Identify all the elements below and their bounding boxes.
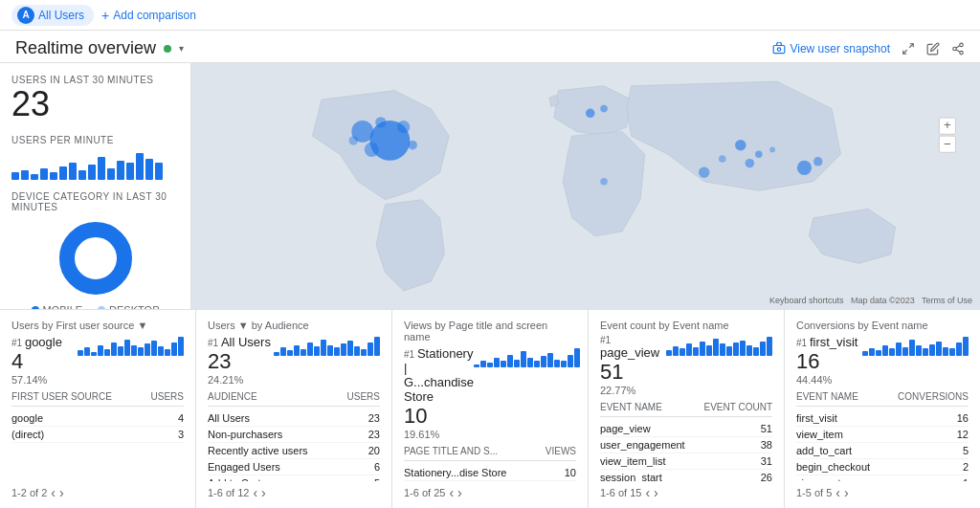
mini-bar	[686, 343, 692, 356]
upm-bar	[21, 170, 29, 180]
prev-page-button[interactable]: ‹	[449, 485, 454, 500]
share-icon	[951, 42, 965, 55]
card-pct: 44.44%	[796, 374, 858, 386]
mini-bar	[287, 350, 293, 356]
mini-bar	[494, 358, 500, 367]
prev-page-button[interactable]: ‹	[645, 485, 650, 500]
row-val: 23	[368, 429, 380, 440]
mini-bar	[354, 346, 360, 356]
view-snapshot-button[interactable]: View user snapshot	[772, 42, 890, 55]
mobile-legend: MOBILE 56.5%	[32, 304, 83, 309]
card-title: Users by First user source ▼	[11, 320, 184, 331]
table-row: user_engagement 38	[600, 437, 772, 453]
table-row: view_item 12	[796, 427, 969, 443]
mini-bar	[474, 364, 479, 367]
desktop-label: DESKTOP	[109, 304, 159, 309]
svg-point-10	[67, 230, 124, 287]
card-table: AUDIENCE USERS All Users 23 Non-purchase…	[208, 391, 380, 481]
next-page-button[interactable]: ›	[457, 485, 462, 500]
mini-bar	[280, 347, 286, 356]
mini-bar	[767, 337, 772, 356]
table-header: EVENT NAME CONVERSIONS	[796, 391, 969, 407]
page-header: Realtime overview ▾ View user snapshot	[0, 31, 980, 63]
pagination: 1-2 of 2 ‹ ›	[11, 481, 184, 500]
prev-page-button[interactable]: ‹	[51, 485, 56, 500]
card-pct: 57.14%	[11, 374, 62, 386]
upm-bar	[59, 166, 67, 180]
table-row: Non-purchasers 23	[208, 427, 380, 443]
snapshot-icon	[772, 42, 786, 55]
add-comparison-label: Add comparison	[113, 9, 196, 22]
card-count: 16	[796, 349, 858, 374]
mini-bar	[916, 345, 922, 356]
mini-bar	[341, 343, 346, 356]
upm-bar	[11, 172, 19, 180]
share-button[interactable]	[951, 42, 965, 55]
upm-label: USERS PER MINUTE	[11, 135, 179, 145]
card-name: first_visit	[810, 335, 858, 349]
row-val: 51	[761, 423, 772, 434]
mini-bar	[294, 345, 300, 356]
svg-line-3	[903, 50, 907, 54]
pagination: 1-6 of 25 ‹ ›	[404, 481, 576, 500]
card-title: Conversions by Event name	[796, 320, 969, 331]
upm-bar	[78, 170, 86, 180]
mini-bar	[547, 353, 553, 367]
mini-bar	[862, 351, 868, 356]
card-0: Users by First user source ▼ #1 google 4…	[0, 310, 196, 508]
avatar: A	[17, 7, 34, 24]
card-4: Conversions by Event name #1 first_visit…	[785, 310, 980, 508]
mini-bar	[760, 342, 766, 356]
pagination: 1-6 of 12 ‹ ›	[208, 481, 380, 500]
card-table: EVENT NAME EVENT COUNT page_view 51 user…	[600, 402, 772, 481]
mini-bar	[753, 347, 759, 356]
card-mini-chart	[666, 337, 772, 356]
prev-page-button[interactable]: ‹	[835, 485, 840, 500]
row-name: google	[11, 412, 178, 424]
mini-bar	[949, 348, 955, 356]
mini-bar	[374, 337, 380, 356]
card-table: FIRST USER SOURCE USERS google 4 (direct…	[11, 391, 184, 481]
col2-label: EVENT COUNT	[704, 402, 773, 412]
mini-bar	[963, 337, 969, 356]
row-name: page_view	[600, 423, 761, 434]
next-page-button[interactable]: ›	[654, 485, 658, 500]
mini-bar	[733, 342, 739, 356]
mini-bar	[720, 343, 725, 356]
user-chip[interactable]: A All Users	[11, 5, 94, 26]
card-mini-chart	[274, 337, 380, 356]
next-page-button[interactable]: ›	[844, 485, 849, 500]
prev-page-button[interactable]: ‹	[253, 485, 257, 500]
mini-bar	[521, 351, 526, 367]
edit-button[interactable]	[926, 42, 940, 55]
device-label: DEVICE CATEGORY IN LAST 30 MINUTES	[11, 191, 179, 212]
add-comparison-button[interactable]: + Add comparison	[101, 8, 196, 23]
col1-label: FIRST USER SOURCE	[11, 391, 112, 402]
title-dropdown[interactable]: ▾	[179, 43, 184, 54]
card-rank: #1 google	[11, 335, 62, 349]
expand-button[interactable]	[902, 42, 915, 55]
next-page-button[interactable]: ›	[59, 485, 64, 500]
card-mini-chart	[78, 337, 184, 356]
mini-bar	[111, 342, 117, 356]
row-val: 3	[178, 429, 184, 440]
upm-bar	[107, 168, 115, 180]
table-row: Engaged Users 6	[208, 459, 380, 475]
mini-bar	[487, 363, 493, 367]
svg-point-21	[755, 150, 763, 158]
mini-bar	[361, 349, 367, 356]
row-val: 20	[368, 445, 380, 456]
upm-bar-chart	[11, 149, 179, 180]
svg-point-15	[408, 141, 417, 150]
card-table: PAGE TITLE AND S... VIEWS Stationery...d…	[404, 446, 576, 481]
upm-bar	[136, 153, 144, 180]
svg-point-27	[699, 167, 709, 178]
mini-bar	[131, 345, 137, 356]
mini-bar	[527, 358, 533, 367]
upm-bar	[126, 163, 134, 180]
row-val: 16	[957, 412, 969, 424]
mini-bar	[327, 345, 333, 356]
svg-point-28	[600, 178, 608, 186]
svg-point-26	[813, 157, 823, 166]
next-page-button[interactable]: ›	[261, 485, 266, 500]
